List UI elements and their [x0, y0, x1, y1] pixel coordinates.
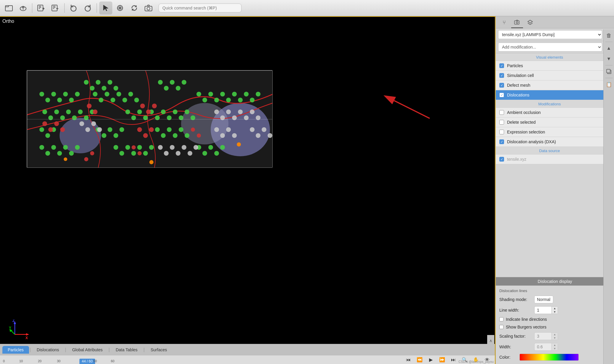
clipboard-button[interactable]: 📋 [604, 79, 614, 89]
pipeline-tab-button[interactable]: ⑂ [498, 17, 510, 28]
svg-point-137 [54, 121, 59, 126]
export-button[interactable] [35, 1, 48, 15]
vis-item-dxa[interactable]: ✓ Dislocation analysis (DXA) [496, 137, 603, 147]
dxa-checkbox[interactable]: ✓ [499, 139, 504, 144]
vis-item-delete-selected[interactable]: Delete selected [496, 117, 603, 127]
modifications-header: Modifications [496, 100, 603, 108]
visual-elements-scroll[interactable]: Visual elements ✓ Particles ✓ Simulation… [496, 53, 614, 277]
add-modification-select[interactable]: Add modification... [498, 43, 602, 51]
delete-button[interactable]: 🗑 [604, 30, 614, 41]
tab-global-attributes[interactable]: Global Attributes [67, 346, 108, 354]
svg-point-97 [84, 80, 89, 85]
svg-point-27 [111, 98, 115, 102]
toolbar [0, 0, 614, 16]
vis-item-simulation-cell[interactable]: ✓ Simulation cell [496, 71, 603, 80]
timeline-play[interactable]: ▶ [426, 356, 436, 364]
move-up-button[interactable]: ▲ [604, 43, 614, 53]
particles-label: Particles [507, 63, 600, 68]
simulation-cell-label: Simulation cell [507, 73, 600, 78]
tab-dislocations[interactable]: Dislocations [31, 346, 64, 354]
open-file-button[interactable] [2, 1, 15, 15]
svg-point-67 [39, 145, 44, 150]
timeline-ruler[interactable]: 0 10 20 30 44 / 60 50 60 [0, 355, 401, 364]
search-input[interactable] [159, 4, 242, 12]
svg-point-131 [214, 127, 219, 132]
ruler-mark-0: 0 [3, 359, 5, 363]
svg-point-60 [119, 127, 124, 132]
svg-point-32 [42, 109, 47, 114]
defect-mesh-checkbox[interactable]: ✓ [499, 83, 504, 88]
layers-tab-button[interactable] [524, 17, 536, 28]
line-width-down[interactable]: ▼ [552, 310, 558, 314]
timeline-prev[interactable]: ⏪ [414, 356, 425, 364]
svg-point-64 [173, 133, 178, 138]
svg-point-54 [45, 133, 50, 138]
vis-item-expression-selection[interactable]: Expression selection [496, 127, 603, 137]
bottom-tabs-bar: Particles | Dislocations | Global Attrib… [0, 344, 495, 355]
vis-item-dislocations[interactable]: ✓ Dislocations [496, 90, 603, 100]
vis-item-particles[interactable]: ✓ Particles [496, 61, 603, 71]
timeline-skip-end[interactable]: ⏭ [448, 356, 459, 364]
show-burgers-checkbox[interactable] [499, 325, 503, 329]
move-down-button[interactable]: ▼ [604, 54, 614, 64]
timeline-next[interactable]: ⏩ [437, 356, 447, 364]
svg-point-12 [147, 7, 150, 10]
width-label: Width: [499, 344, 532, 349]
ruler-cursor: 44 / 60 [79, 359, 95, 364]
scaling-up[interactable]: ▲ [552, 333, 558, 336]
shading-mode-select[interactable]: Normal Flat Off [534, 296, 553, 303]
svg-point-95 [214, 151, 219, 156]
vis-item-defect-mesh[interactable]: ✓ Defect mesh [496, 80, 603, 90]
svg-point-148 [197, 133, 201, 138]
particles-checkbox[interactable]: ✓ [499, 63, 504, 68]
refresh-button[interactable] [128, 1, 141, 15]
svg-point-141 [149, 127, 154, 132]
import-button[interactable] [49, 1, 62, 15]
tab-data-tables[interactable]: Data Tables [110, 346, 143, 354]
dislocations-checkbox[interactable]: ✓ [499, 93, 504, 97]
delete-selected-checkbox[interactable] [499, 120, 504, 125]
svg-point-115 [176, 151, 180, 156]
data-source-checkbox[interactable]: ✓ [499, 157, 504, 162]
ambient-occlusion-checkbox[interactable] [499, 110, 504, 115]
transform-button[interactable] [113, 1, 127, 15]
svg-point-72 [69, 151, 74, 156]
svg-point-18 [45, 98, 50, 102]
svg-text:Z: Z [12, 320, 15, 323]
timeline-skip-start[interactable]: ⏮ [403, 356, 414, 364]
cloud-upload-button[interactable] [17, 1, 30, 15]
line-width-up[interactable]: ▲ [552, 307, 558, 310]
svg-point-108 [79, 121, 84, 126]
svg-point-65 [179, 127, 183, 132]
camera-button[interactable] [142, 1, 155, 15]
color-swatch[interactable] [519, 354, 579, 361]
svg-point-84 [214, 98, 219, 102]
vis-item-ambient-occlusion[interactable]: Ambient occlusion [496, 108, 603, 117]
undo-button[interactable] [67, 1, 80, 15]
indicate-directions-checkbox[interactable] [499, 317, 503, 321]
visual-elements-header: Visual elements [496, 53, 603, 61]
render-tab-button[interactable] [511, 17, 523, 28]
copy-button[interactable] [604, 67, 614, 77]
svg-point-105 [170, 80, 175, 85]
scaling-down[interactable]: ▼ [552, 336, 558, 340]
svg-text:X: X [25, 336, 28, 340]
pipeline-select[interactable]: tensile.xyz [LAMMPS Dump] [498, 30, 602, 39]
panel-top-tabs: ⑂ [496, 16, 614, 28]
vis-item-data-source[interactable]: ✓ tensile.xyz [496, 154, 603, 164]
svg-point-114 [170, 145, 175, 150]
collapse-button[interactable]: ∧ [487, 335, 494, 346]
svg-point-104 [164, 86, 169, 91]
width-up[interactable]: ▲ [552, 343, 558, 347]
expression-selection-checkbox[interactable] [499, 130, 504, 134]
viewport[interactable]: Ortho [0, 16, 495, 364]
pointer-button[interactable] [99, 1, 112, 15]
svg-point-116 [182, 145, 186, 150]
tab-surfaces[interactable]: Surfaces [145, 346, 172, 354]
svg-point-134 [232, 133, 237, 138]
tab-particles[interactable]: Particles [2, 346, 29, 354]
width-down[interactable]: ▼ [552, 347, 558, 350]
redo-button[interactable] [81, 1, 94, 15]
svg-point-101 [108, 80, 112, 85]
simulation-cell-checkbox[interactable]: ✓ [499, 73, 504, 78]
